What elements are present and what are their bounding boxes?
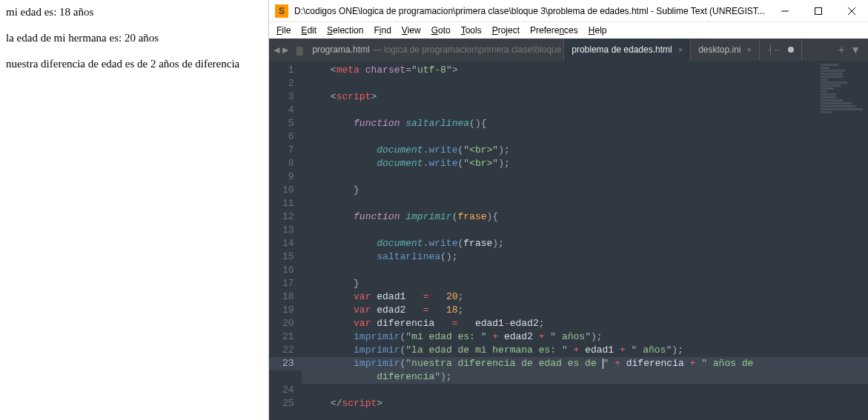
close-icon[interactable]: × — [747, 45, 752, 54]
nav-back-icon[interactable]: ◀ — [274, 45, 279, 55]
menubar: File Edit Selection Find View Goto Tools… — [269, 22, 868, 39]
menu-find[interactable]: Find — [374, 25, 391, 36]
modified-dot-icon — [788, 47, 794, 53]
menu-file[interactable]: File — [276, 25, 291, 36]
tab-history-nav: ◀ ▶ — [269, 39, 293, 61]
minimap[interactable] — [821, 64, 865, 130]
menu-tools[interactable]: Tools — [461, 25, 482, 36]
minimize-button[interactable] — [768, 0, 801, 22]
tab-dropdown-icon[interactable]: ▼ — [850, 44, 861, 56]
browser-output-panel: mi edad es: 18 años la edad de mi herman… — [0, 0, 268, 420]
titlebar[interactable]: S D:\codigos ONE\logica de programacion\… — [269, 0, 868, 22]
editor-area[interactable]: 1234567891011121314151617181920212223 24… — [269, 61, 868, 420]
menu-help[interactable]: Help — [589, 25, 607, 36]
output-line-2: la edad de mi hermana es: 20 años — [6, 32, 262, 44]
output-line-3: nuestra diferencia de edad es de 2 años … — [6, 58, 262, 70]
tab-problema-edades[interactable]: problema de edades.html × — [564, 39, 691, 61]
code-content[interactable]: <meta charset="utf-8"> <script> function… — [302, 61, 868, 420]
menu-project[interactable]: Project — [492, 25, 520, 36]
tab-desktop-ini[interactable]: desktop.ini × — [691, 39, 760, 61]
menu-view[interactable]: View — [402, 25, 421, 36]
tab-programa[interactable]: programa.html — logica de programacion\p… — [305, 39, 564, 61]
window-title: D:\codigos ONE\logica de programacion\pr… — [294, 6, 768, 16]
tabbar: ◀ ▶ |||||| programa.html — logica de pro… — [269, 39, 868, 61]
new-tab-icon[interactable]: + — [838, 44, 844, 56]
tab-overflow[interactable]: ┤← — [760, 39, 803, 61]
line-gutter: 1234567891011121314151617181920212223 24… — [269, 61, 302, 420]
close-icon[interactable]: × — [678, 45, 683, 54]
menu-preferences[interactable]: Preferences — [530, 25, 578, 36]
menu-edit[interactable]: Edit — [301, 25, 317, 36]
svg-rect-1 — [815, 7, 821, 14]
menu-selection[interactable]: Selection — [327, 25, 363, 36]
menu-goto[interactable]: Goto — [431, 25, 451, 36]
maximize-button[interactable] — [801, 0, 835, 22]
app-icon: S — [275, 4, 288, 18]
sublime-window: S D:\codigos ONE\logica de programacion\… — [268, 0, 868, 420]
tab-divider-icon: |||||| — [293, 39, 305, 61]
close-button[interactable] — [835, 0, 868, 22]
output-line-1: mi edad es: 18 años — [6, 6, 262, 19]
nav-forward-icon[interactable]: ▶ — [282, 45, 288, 55]
